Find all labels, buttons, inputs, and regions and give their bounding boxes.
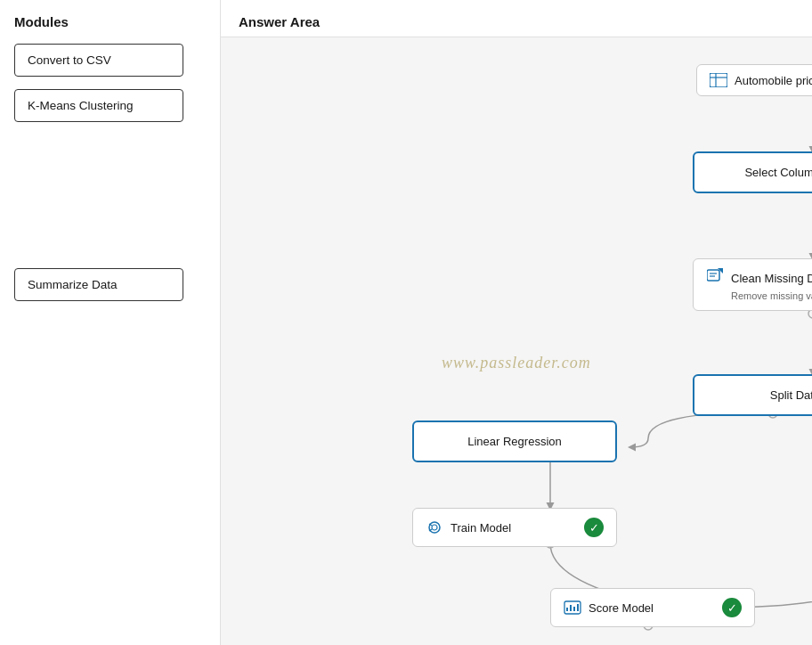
clean-missing-inner: Clean Missing Data ✓ Remove missing valu… xyxy=(731,268,812,301)
svg-rect-12 xyxy=(707,270,719,281)
node-clean-missing[interactable]: Clean Missing Data ✓ Remove missing valu… xyxy=(693,258,812,311)
node-automobile-data[interactable]: Automobile price data (Raw) xyxy=(696,64,812,96)
modules-title: Modules xyxy=(14,14,206,29)
score-model-label: Score Model xyxy=(589,601,722,615)
train-model-check: ✓ xyxy=(584,518,604,537)
left-panel: Modules Convert to CSV K-Means Clusterin… xyxy=(0,0,221,645)
right-panel: Answer Area xyxy=(221,0,812,645)
select-columns-label: Select Columns in Dataset xyxy=(744,166,812,179)
svg-rect-9 xyxy=(710,73,727,87)
node-linear-regression[interactable]: Linear Regression xyxy=(412,420,617,462)
node-select-columns[interactable]: Select Columns in Dataset xyxy=(693,151,812,193)
svg-point-15 xyxy=(429,522,440,533)
module-convert-csv[interactable]: Convert to CSV xyxy=(14,44,183,77)
split-data-label: Split Data xyxy=(770,388,812,402)
connector-lines xyxy=(221,37,812,645)
clean-missing-row: Clean Missing Data ✓ xyxy=(731,268,812,288)
canvas[interactable]: Automobile price data (Raw) Select Colum… xyxy=(221,37,812,645)
train-model-label: Train Model xyxy=(451,521,584,535)
train-model-icon xyxy=(426,520,443,535)
clean-missing-icon xyxy=(706,268,724,282)
clean-missing-subtitle: Remove missing value rows xyxy=(731,290,812,301)
automobile-data-label: Automobile price data (Raw) xyxy=(735,74,812,87)
answer-area-title: Answer Area xyxy=(221,0,812,37)
score-model-icon xyxy=(564,600,581,615)
watermark: www.passleader.com xyxy=(442,354,591,372)
node-split-data[interactable]: Split Data xyxy=(693,374,812,416)
score-model-check: ✓ xyxy=(722,598,742,617)
svg-point-16 xyxy=(432,525,437,530)
module-summarize[interactable]: Summarize Data xyxy=(14,268,183,301)
main-layout: Modules Convert to CSV K-Means Clusterin… xyxy=(0,0,812,645)
node-score-model[interactable]: Score Model ✓ xyxy=(550,588,755,627)
dataset-icon xyxy=(710,73,727,87)
linear-regression-label: Linear Regression xyxy=(467,435,562,448)
module-k-means[interactable]: K-Means Clustering xyxy=(14,89,183,122)
node-train-model[interactable]: Train Model ✓ xyxy=(412,508,617,547)
clean-missing-title: Clean Missing Data xyxy=(731,272,812,285)
